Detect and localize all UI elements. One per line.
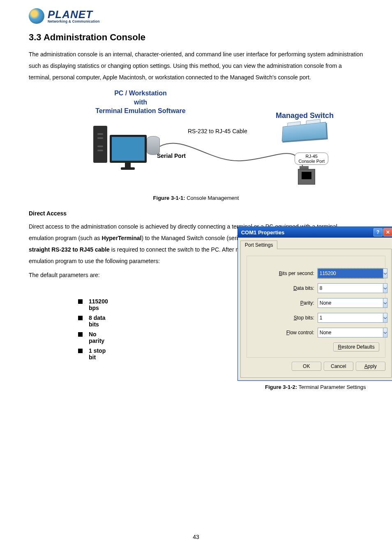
brand-logo: PLANET Networking & Communication	[29, 8, 363, 24]
dialog-title: COM1 Properties	[241, 229, 284, 236]
flowcontrol-label: Flow control:	[269, 330, 314, 335]
stopbits-label: Stop bits:	[269, 315, 314, 321]
section-heading: 3.3 Administration Console	[29, 32, 363, 43]
parity-combobox[interactable]	[318, 298, 383, 308]
tab-port-settings[interactable]: Port Settings	[240, 240, 278, 249]
list-item: 8 data bits	[78, 314, 108, 328]
com1-properties-dialog: COM1 Properties ? ✕ Port Settings Bits p…	[238, 227, 392, 381]
direct-access-heading: Direct Access	[29, 210, 363, 217]
diagram-pc-label-2: with	[134, 99, 147, 106]
diagram-pc-label-3: Terminal Emulation Software	[95, 107, 185, 114]
list-item: 1 stop bit	[78, 347, 108, 361]
console-diagram: PC / Workstation with Terminal Emulation…	[56, 89, 336, 192]
cable-line-icon	[160, 138, 316, 175]
cancel-button[interactable]: Cancel	[324, 362, 353, 371]
chevron-down-icon[interactable]	[383, 313, 387, 323]
stopbits-combobox[interactable]	[318, 313, 383, 323]
diagram-cable-label: RS-232 to RJ-45 Cable	[188, 128, 247, 134]
restore-defaults-button[interactable]: Restore Defaults	[333, 342, 379, 352]
serial-port-icon	[147, 136, 160, 155]
parameter-list: 115200 bps 8 data bits No parity 1 stop …	[78, 295, 108, 364]
close-button[interactable]: ✕	[383, 228, 392, 236]
chevron-down-icon[interactable]	[383, 268, 387, 278]
diagram-pc-label-1: PC / Workstation	[114, 90, 167, 97]
intro-paragraph: The administration console is an interna…	[29, 49, 363, 83]
flowcontrol-combobox[interactable]	[318, 328, 383, 338]
logo-name: PLANET	[48, 9, 100, 20]
databits-label: Data bits:	[269, 285, 314, 291]
pc-workstation-icon	[93, 126, 147, 163]
diagram-port-label: RJ-45Console Port	[295, 153, 328, 165]
parity-label: Parity:	[269, 300, 314, 306]
bps-label: Bits per second:	[269, 271, 314, 276]
figure-1-caption: Figure 3-1-1: Console Management	[56, 195, 336, 201]
page-number: 43	[0, 534, 392, 540]
databits-combobox[interactable]	[318, 283, 383, 293]
dialog-titlebar[interactable]: COM1 Properties ? ✕	[238, 227, 392, 238]
ok-button[interactable]: OK	[292, 362, 321, 371]
chevron-down-icon[interactable]	[383, 328, 387, 338]
managed-switch-icon	[280, 124, 330, 143]
rj45-jack-icon	[298, 169, 315, 185]
diagram-switch-label: Managed Switch	[276, 111, 334, 120]
list-item: 115200 bps	[78, 298, 108, 311]
list-item: No parity	[78, 331, 108, 344]
logo-globe-icon	[29, 8, 44, 24]
bps-combobox[interactable]	[318, 268, 383, 278]
help-button[interactable]: ?	[374, 228, 383, 236]
logo-tagline: Networking & Communication	[48, 20, 100, 23]
figure-2-caption: Figure 3-1-2: Terminal Parameter Setting…	[238, 384, 392, 390]
chevron-down-icon[interactable]	[383, 283, 387, 293]
chevron-down-icon[interactable]	[383, 298, 387, 308]
apply-button[interactable]: Apply	[356, 362, 385, 371]
